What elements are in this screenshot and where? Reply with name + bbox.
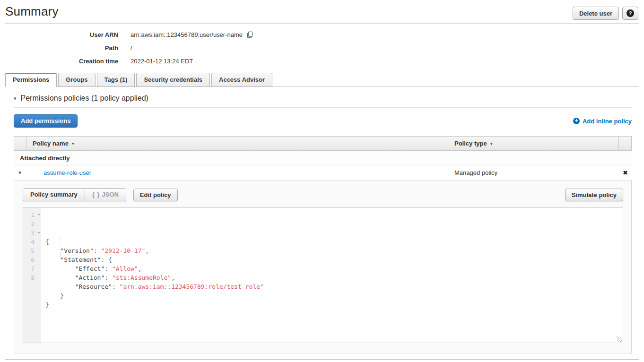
user-info: User ARN arn:aws:iam::123456789:user/use…: [5, 30, 639, 66]
policy-json-editor[interactable]: 1▾23▾45678 { "Version": "2012-10-17", "S…: [23, 207, 623, 343]
permissions-policies-section-header[interactable]: ▾ Permissions policies (1 policy applied…: [14, 94, 632, 103]
gutter-line-number: 7: [23, 264, 41, 273]
path-label: Path: [5, 43, 118, 52]
policy-table: Policy name ▾ Policy type ▾ Attached dir…: [14, 136, 632, 353]
policy-type-column-header[interactable]: Policy type ▾: [448, 137, 618, 150]
remove-column-header: [618, 137, 631, 150]
editor-resize-handle[interactable]: [617, 336, 622, 342]
gutter-line-number: 6: [23, 255, 41, 264]
path-row: Path /: [5, 43, 639, 52]
delete-user-button[interactable]: Delete user: [573, 7, 619, 20]
copy-icon[interactable]: [246, 31, 253, 38]
code-line: {: [45, 237, 623, 246]
page-header: Summary Delete user ?: [5, 0, 639, 20]
detach-policy-icon[interactable]: ✖: [619, 169, 632, 176]
indent-guide: [60, 237, 61, 264]
tab-permissions[interactable]: Permissions: [5, 73, 57, 87]
code-line: "Effect": "Allow",: [45, 264, 623, 273]
user-arn-label: User ARN: [5, 30, 118, 39]
path-value: /: [131, 43, 132, 52]
json-button[interactable]: { }JSON: [85, 189, 126, 201]
fold-caret-icon[interactable]: ▾: [38, 228, 40, 237]
simulate-policy-button[interactable]: Simulate policy: [565, 189, 623, 201]
policy-view-toggle: Policy summary { }JSON: [23, 188, 126, 201]
row-expander-caret-icon[interactable]: ▾: [14, 170, 26, 176]
sort-caret-icon: ▾: [490, 141, 493, 146]
attached-directly-group-row: Attached directly: [14, 151, 632, 165]
code-line: }: [45, 300, 623, 309]
help-button[interactable]: ?: [622, 7, 638, 20]
policy-summary-button[interactable]: Policy summary: [23, 189, 85, 201]
edit-policy-button[interactable]: Edit policy: [133, 189, 178, 201]
code-line: "Statement": {: [45, 255, 623, 264]
braces-icon: { }: [92, 191, 100, 198]
gutter-line-number: 8: [23, 273, 41, 282]
section-divider: [14, 107, 632, 108]
user-arn-value: arn:aws:iam::123456789:user/user-name: [131, 30, 243, 39]
tab-groups[interactable]: Groups: [58, 73, 95, 87]
editor-gutter: 1▾23▾45678: [23, 208, 41, 343]
policy-detail-panel: Policy summary { }JSON Edit policy Simul…: [14, 181, 632, 353]
header-divider: [5, 23, 639, 24]
gutter-line-number: 5: [23, 246, 41, 255]
help-icon: ?: [627, 9, 634, 17]
tab-bar: Permissions Groups Tags (1) Security cre…: [5, 73, 639, 86]
add-permissions-button[interactable]: Add permissions: [14, 114, 78, 128]
tab-access-advisor[interactable]: Access Advisor: [211, 73, 272, 87]
code-line: }: [45, 291, 623, 300]
expander-column-header: [14, 137, 26, 150]
fold-caret-icon[interactable]: ▾: [38, 210, 40, 219]
header-actions: Delete user ?: [573, 4, 639, 20]
collapse-caret-icon: ▾: [14, 95, 17, 102]
creation-time-value: 2022-01-12 13:24 EDT: [131, 57, 193, 66]
code-line: "Resource": "arn:aws:iam::123456789:role…: [45, 282, 623, 291]
plus-circle-icon: +: [573, 118, 580, 124]
policy-name-link[interactable]: assume-role-user: [44, 169, 91, 176]
policy-row: ▾ assume-role-user Managed policy ✖: [14, 165, 632, 181]
gutter-line-number: 1▾: [23, 210, 41, 219]
gutter-line-number: 3▾: [23, 228, 41, 237]
editor-code[interactable]: { "Version": "2012-10-17", "Statement": …: [41, 208, 623, 343]
policy-actions-row: Add permissions + Add inline policy: [14, 114, 632, 128]
policy-name-column-header[interactable]: Policy name ▾: [26, 137, 448, 150]
user-arn-row: User ARN arn:aws:iam::123456789:user/use…: [5, 30, 639, 39]
add-inline-policy-link[interactable]: + Add inline policy: [573, 118, 632, 125]
page-title: Summary: [5, 4, 59, 19]
creation-time-label: Creation time: [5, 57, 118, 66]
permissions-policies-title: Permissions policies (1 policy applied): [21, 94, 148, 103]
permissions-tab-panel: ▾ Permissions policies (1 policy applied…: [5, 86, 639, 360]
code-line: "Version": "2012-10-17",: [45, 246, 623, 255]
tab-security-credentials[interactable]: Security credentials: [136, 73, 210, 87]
gutter-line-number: 4: [23, 237, 41, 246]
policy-detail-buttons: Policy summary { }JSON Edit policy Simul…: [23, 188, 623, 201]
code-line: "Action": "sts:AssumeRole",: [45, 273, 623, 282]
policy-type-value: Managed policy: [448, 169, 619, 176]
policy-table-header: Policy name ▾ Policy type ▾: [14, 136, 632, 151]
tab-tags[interactable]: Tags (1): [97, 73, 135, 87]
sort-caret-icon: ▾: [72, 141, 74, 146]
page: Summary Delete user ? User ARN arn:aws:i…: [0, 0, 644, 362]
creation-time-row: Creation time 2022-01-12 13:24 EDT: [5, 57, 639, 66]
gutter-line-number: 2: [23, 219, 41, 228]
